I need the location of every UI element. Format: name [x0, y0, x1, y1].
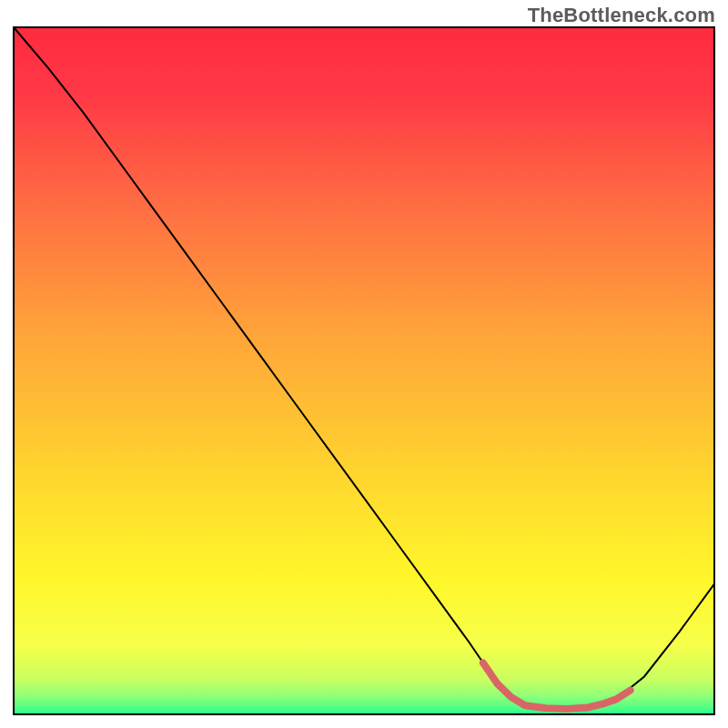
gradient-rect	[14, 27, 714, 714]
bottleneck-chart	[0, 0, 728, 728]
watermark-text: TheBottleneck.com	[528, 4, 715, 27]
chart-container: TheBottleneck.com	[0, 0, 728, 728]
plot-area	[14, 27, 714, 714]
